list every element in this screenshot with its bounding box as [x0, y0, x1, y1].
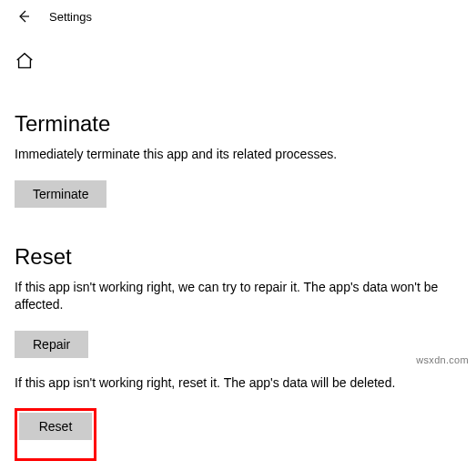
terminate-description: Immediately terminate this app and its r…	[15, 146, 451, 164]
reset-highlight-box: Reset	[15, 408, 96, 461]
terminate-button[interactable]: Terminate	[15, 180, 106, 208]
content-area: Terminate Immediately terminate this app…	[0, 84, 476, 461]
watermark-text: wsxdn.com	[416, 354, 469, 365]
header-title: Settings	[49, 10, 92, 24]
repair-description: If this app isn't working right, we can …	[15, 279, 451, 314]
repair-button[interactable]: Repair	[15, 331, 88, 358]
back-arrow-icon[interactable]	[16, 9, 31, 24]
header-bar: Settings	[0, 0, 476, 33]
reset-heading: Reset	[15, 244, 461, 270]
home-row	[0, 33, 476, 84]
reset-description: If this app isn't working right, reset i…	[15, 374, 451, 393]
reset-section: Reset If this app isn't working right, w…	[15, 244, 461, 462]
home-icon[interactable]	[15, 51, 35, 71]
terminate-section: Terminate Immediately terminate this app…	[15, 111, 461, 244]
reset-button[interactable]: Reset	[19, 413, 92, 440]
terminate-heading: Terminate	[15, 111, 461, 137]
